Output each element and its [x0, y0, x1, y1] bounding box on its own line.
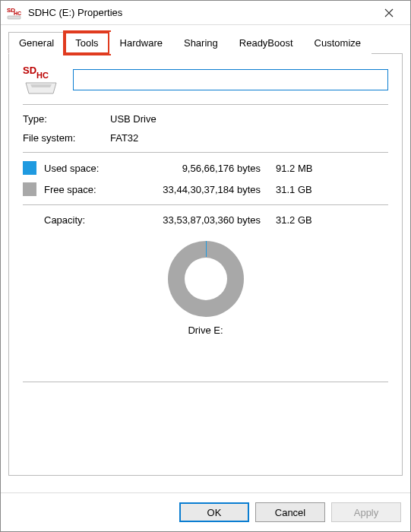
free-space-label: Free space: — [44, 184, 124, 195]
filesystem-value: FAT32 — [110, 132, 388, 144]
capacity-bytes: 33,53,87,03,360 bytes — [124, 214, 276, 226]
used-space-swatch — [23, 161, 36, 175]
type-label: Type: — [23, 113, 110, 125]
tab-label: Customize — [315, 37, 361, 49]
free-space-bytes: 33,44,30,37,184 bytes — [124, 184, 276, 195]
close-icon — [384, 8, 394, 17]
drive-label-input[interactable] — [73, 69, 388, 90]
tab-hardware[interactable]: Hardware — [109, 32, 173, 54]
divider — [23, 104, 388, 105]
tab-strip: General Tools Hardware Sharing ReadyBoos… — [8, 31, 403, 54]
tab-label: Sharing — [184, 37, 218, 49]
tab-sharing[interactable]: Sharing — [173, 32, 229, 54]
capacity-human: 31.2 GB — [276, 214, 344, 226]
divider — [23, 152, 388, 153]
tab-readyboost[interactable]: ReadyBoost — [229, 32, 304, 54]
svg-marker-4 — [30, 84, 52, 87]
capacity-label: Capacity: — [23, 214, 124, 226]
sd-card-icon: SD HC — [7, 5, 22, 21]
sd-text: SD — [23, 65, 36, 76]
tab-customize[interactable]: Customize — [304, 32, 371, 54]
type-value: USB Drive — [110, 113, 388, 125]
used-space-bytes: 9,56,66,176 bytes — [124, 163, 276, 174]
free-space-swatch — [23, 182, 36, 196]
drive-caption: Drive E: — [23, 325, 388, 336]
divider — [23, 204, 388, 205]
tab-label: Tools — [75, 37, 98, 49]
divider — [23, 382, 388, 382]
tab-label: ReadyBoost — [239, 37, 293, 49]
titlebar: SD HC SDHC (E:) Properties — [1, 1, 410, 25]
tab-label: General — [19, 37, 54, 49]
apply-button[interactable]: Apply — [331, 502, 401, 522]
hc-text: HC — [36, 71, 49, 80]
used-space-label: Used space: — [44, 163, 124, 174]
window-title: SDHC (E:) Properties — [28, 7, 374, 18]
drive-sd-icon: SD HC — [23, 65, 59, 95]
hc-text: HC — [14, 11, 21, 16]
ok-button[interactable]: OK — [179, 502, 249, 522]
used-space-human: 91.2 MB — [276, 163, 344, 174]
tab-label: Hardware — [120, 37, 163, 49]
filesystem-label: File system: — [23, 132, 110, 144]
tab-general[interactable]: General — [8, 32, 65, 54]
cancel-button[interactable]: Cancel — [255, 502, 325, 522]
dialog-buttons: OK Cancel Apply — [1, 492, 410, 531]
tabpanel-general: SD HC Type: USB Drive File system: FAT32 — [8, 54, 403, 476]
disk-usage-pie-chart — [168, 241, 244, 317]
tab-tools[interactable]: Tools — [65, 32, 109, 54]
close-button[interactable] — [374, 1, 404, 25]
svg-rect-0 — [8, 16, 21, 19]
free-space-human: 31.1 GB — [276, 184, 344, 195]
